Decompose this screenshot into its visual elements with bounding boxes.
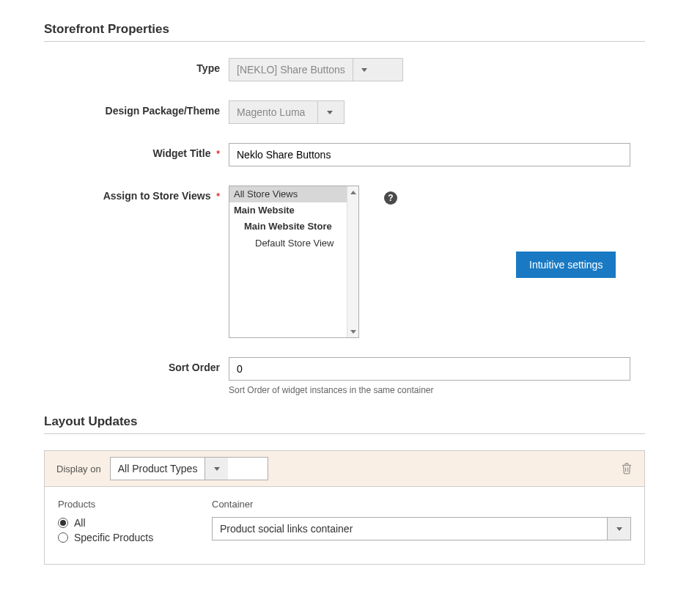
products-radio-specific-label: Specific Products <box>74 532 153 543</box>
display-on-value: All Product Types <box>111 458 205 480</box>
widget-title-label: Widget Title * <box>44 143 220 159</box>
store-views-multiselect[interactable]: All Store Views Main Website Main Websit… <box>229 186 359 338</box>
chevron-down-icon <box>353 59 376 81</box>
store-views-option[interactable]: Main Website <box>229 202 358 219</box>
products-radio-specific[interactable]: Specific Products <box>58 532 168 543</box>
required-glyph: * <box>216 149 220 159</box>
sort-order-label: Sort Order <box>44 357 220 373</box>
scrollbar[interactable] <box>347 186 358 337</box>
store-views-option[interactable]: All Store Views <box>229 186 358 202</box>
radio-icon <box>58 518 68 528</box>
scroll-up-icon[interactable] <box>347 186 358 198</box>
theme-select: Magento Luma <box>229 100 344 124</box>
chevron-down-icon <box>607 518 630 540</box>
container-select[interactable]: Product social links container <box>212 517 631 540</box>
display-on-select[interactable]: All Product Types <box>110 457 268 480</box>
required-glyph: * <box>216 191 220 202</box>
sort-order-note: Sort Order of widget instances in the sa… <box>229 385 645 395</box>
container-select-value: Product social links container <box>213 518 607 540</box>
widget-title-label-text: Widget Title <box>152 147 210 159</box>
type-select-value: [NEKLO] Share Buttons <box>229 59 353 81</box>
radio-icon <box>58 532 68 543</box>
storefront-heading: Storefront Properties <box>44 22 645 37</box>
products-heading: Products <box>58 499 168 510</box>
products-radio-all[interactable]: All <box>58 517 168 529</box>
scroll-down-icon[interactable] <box>347 326 358 337</box>
theme-select-value: Magento Luma <box>229 101 317 123</box>
help-icon[interactable]: ? <box>384 191 397 205</box>
store-views-option[interactable]: Main Website Store <box>229 219 358 235</box>
chevron-down-icon <box>205 458 228 480</box>
products-radio-all-label: All <box>74 517 86 529</box>
store-views-label: Assign to Store Views * <box>44 186 220 202</box>
store-views-option[interactable]: Default Store View <box>229 235 358 252</box>
display-on-label: Display on <box>56 463 101 474</box>
layout-update-card: Display on All Product Types Products <box>44 450 645 565</box>
widget-title-input[interactable] <box>229 143 630 166</box>
intuitive-settings-callout[interactable]: Intuitive settings <box>516 252 616 278</box>
divider <box>44 41 645 42</box>
chevron-down-icon <box>317 101 341 123</box>
container-heading: Container <box>212 499 631 510</box>
store-views-label-text: Assign to Store Views <box>103 190 211 202</box>
type-select: [NEKLO] Share Buttons <box>229 58 403 81</box>
theme-label: Design Package/Theme <box>44 100 220 117</box>
type-label: Type <box>44 58 220 74</box>
trash-icon[interactable] <box>621 462 633 475</box>
divider <box>44 433 645 434</box>
layout-updates-heading: Layout Updates <box>44 414 645 429</box>
sort-order-input[interactable] <box>229 357 630 381</box>
